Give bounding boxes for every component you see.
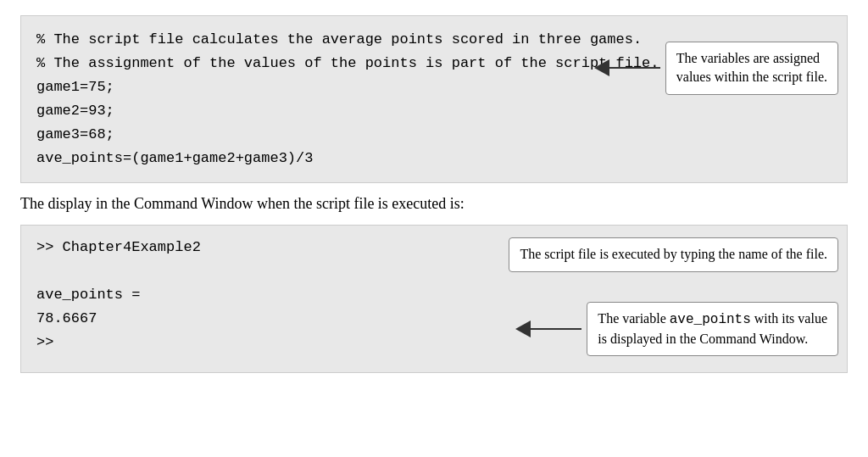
callout-box-2: The script file is executed by typing th…: [509, 237, 838, 271]
prose-text: The display in the Command Window when t…: [20, 195, 848, 213]
annotation-3: The variable ave_points with its valueis…: [515, 302, 838, 356]
callout-box-1: The variables are assignedvalues within …: [665, 42, 838, 95]
bottom-code-block: >> Chapter4Example2 ave_points = 78.6667…: [20, 225, 848, 373]
callout-text-3: The variable ave_points with its valueis…: [598, 311, 827, 345]
arrowhead-left-1: [594, 59, 609, 76]
code-line-5: game3=68;: [36, 123, 832, 147]
arrow-3: [515, 320, 581, 337]
hline-3: [531, 328, 581, 330]
callout-box-3: The variable ave_points with its valueis…: [587, 302, 838, 356]
top-code-block: % The script file calculates the average…: [20, 15, 848, 183]
annotation-2: The script file is executed by typing th…: [509, 237, 838, 271]
code-line-4: game2=93;: [36, 99, 832, 123]
callout-text-1: The variables are assignedvalues within …: [676, 51, 827, 84]
arrowhead-left-3: [515, 320, 531, 337]
code-line-6: ave_points=(game1+game2+game3)/3: [36, 147, 832, 170]
callout-mono: ave_points: [670, 312, 751, 327]
hline-1: [609, 67, 660, 69]
arrow-1: [594, 59, 660, 76]
annotation-1: The variables are assignedvalues within …: [594, 42, 838, 95]
callout-text-2: The script file is executed by typing th…: [520, 247, 827, 261]
